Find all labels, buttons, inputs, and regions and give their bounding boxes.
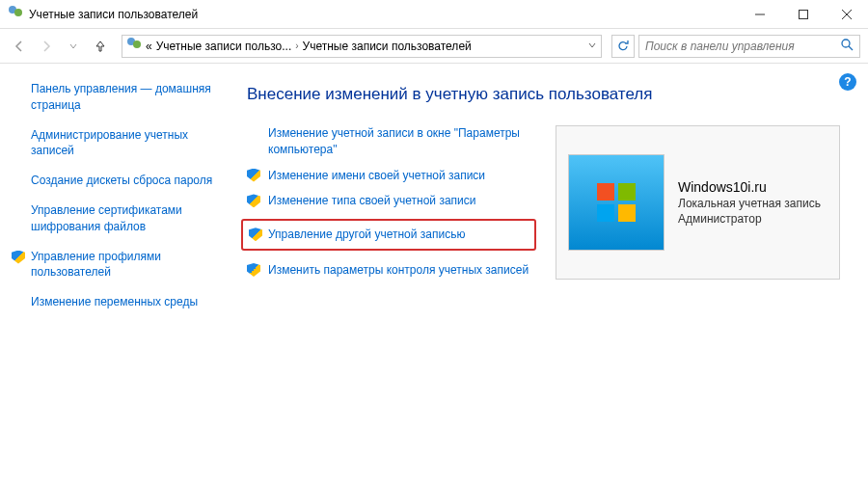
sidebar-item-encryption-certs[interactable]: Управление сертификатами шифрования файл… (31, 202, 216, 235)
forward-button[interactable] (35, 35, 58, 58)
svg-rect-13 (618, 204, 636, 222)
up-button[interactable] (89, 35, 112, 58)
link-change-type[interactable]: Изменение типа своей учетной записи (247, 193, 536, 209)
link-change-name[interactable]: Изменение имени своей учетной записи (247, 168, 536, 184)
svg-rect-10 (597, 183, 614, 201)
search-icon[interactable] (840, 38, 854, 54)
sidebar: Панель управления — домашняя страница Ад… (0, 64, 231, 482)
app-icon (8, 5, 23, 23)
svg-point-8 (842, 40, 850, 47)
action-links: Изменение учетной записи в окне "Парамет… (247, 125, 536, 288)
page-title: Внесение изменений в учетную запись поль… (247, 85, 853, 104)
account-role: Администратор (678, 212, 821, 226)
sidebar-item-admin-accounts[interactable]: Администрирование учетных записей (31, 127, 216, 160)
link-uac-settings[interactable]: Изменить параметры контроля учетных запи… (247, 262, 536, 279)
refresh-button[interactable] (611, 35, 635, 58)
sidebar-item-env-vars[interactable]: Изменение переменных среды (31, 294, 216, 310)
main-row: Изменение учетной записи в окне "Парамет… (247, 125, 853, 288)
link-change-in-settings[interactable]: Изменение учетной записи в окне "Парамет… (247, 125, 536, 158)
close-button[interactable] (825, 0, 868, 28)
sidebar-item-user-profiles[interactable]: Управление профилями пользователей (31, 249, 216, 281)
help-button[interactable]: ? (839, 73, 856, 91)
account-info: Windows10i.ru Локальная учетная запись А… (678, 179, 821, 226)
svg-point-1 (14, 9, 22, 16)
svg-rect-12 (597, 204, 614, 222)
svg-point-7 (133, 40, 141, 48)
account-name: Windows10i.ru (678, 179, 821, 195)
back-button[interactable] (8, 35, 31, 58)
users-icon (126, 37, 142, 55)
search-box[interactable] (638, 35, 860, 58)
control-panel-home-link[interactable]: Панель управления — домашняя страница (31, 81, 216, 114)
titlebar: Учетные записи пользователей (0, 0, 868, 29)
breadcrumb[interactable]: « Учетные записи пользо... › Учетные зап… (122, 35, 602, 58)
breadcrumb-item-1[interactable]: Учетные записи пользо... (156, 40, 292, 53)
svg-rect-11 (618, 183, 636, 201)
toolbar: « Учетные записи пользо... › Учетные зап… (0, 29, 868, 64)
content: ? Панель управления — домашняя страница … (0, 64, 868, 482)
breadcrumb-item-2[interactable]: Учетные записи пользователей (303, 40, 472, 53)
search-input[interactable] (645, 40, 840, 53)
main: Внесение изменений в учетную запись поль… (231, 64, 868, 482)
maximize-button[interactable] (781, 0, 825, 28)
svg-line-9 (849, 46, 853, 50)
avatar (568, 154, 665, 251)
account-card: Windows10i.ru Локальная учетная запись А… (556, 125, 840, 280)
chevron-right-icon: › (295, 40, 298, 51)
link-manage-other-account[interactable]: Управление другой учетной записью (241, 219, 536, 251)
sidebar-item-password-reset-disk[interactable]: Создание дискеты сброса пароля (31, 173, 216, 189)
svg-rect-3 (799, 10, 807, 18)
account-type: Локальная учетная запись (678, 197, 821, 210)
recent-dropdown[interactable] (62, 35, 85, 58)
breadcrumb-chevrons[interactable]: « (146, 40, 152, 53)
breadcrumb-dropdown[interactable] (587, 40, 597, 53)
window-controls (738, 0, 868, 28)
minimize-button[interactable] (738, 0, 781, 28)
window-title: Учетные записи пользователей (29, 8, 738, 21)
